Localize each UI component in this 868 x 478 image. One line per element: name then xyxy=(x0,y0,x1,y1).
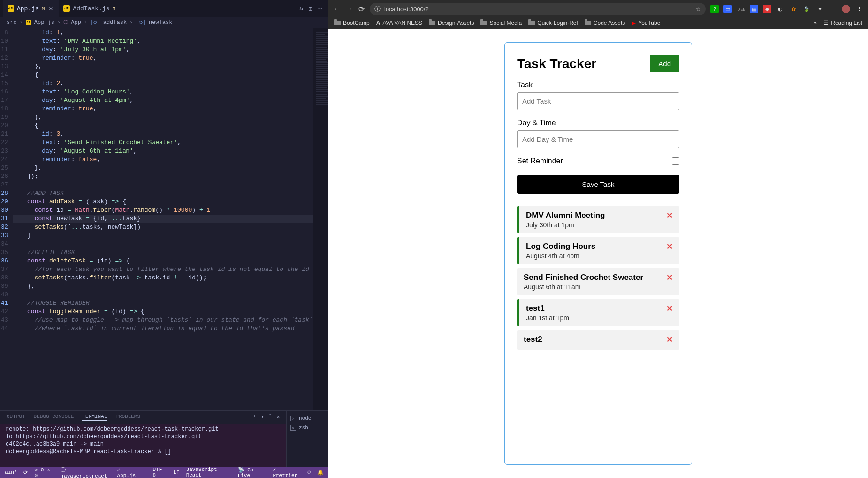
task-day: July 30th at 1pm xyxy=(526,221,605,229)
close-tab-icon[interactable]: ✕ xyxy=(47,5,54,12)
status-bell-icon[interactable]: 🔔 xyxy=(317,470,324,476)
add-button[interactable]: Add xyxy=(650,55,679,72)
terminal-instance[interactable]: >node xyxy=(289,414,326,423)
method-icon: [❍] xyxy=(90,19,100,26)
minimap[interactable] xyxy=(313,28,328,410)
site-info-icon[interactable]: ⓘ xyxy=(374,5,381,13)
ext-icon[interactable]: ? xyxy=(710,5,719,13)
bookmark-item[interactable]: Quick-Login-Ref xyxy=(528,20,578,26)
reminder-checkbox[interactable] xyxy=(672,157,679,165)
terminal-up-icon[interactable]: ˆ xyxy=(269,414,272,421)
ext-icon[interactable]: ▭ xyxy=(723,5,732,13)
crumb-folder[interactable]: src xyxy=(7,19,17,26)
day-label: Day & Time xyxy=(517,119,679,127)
status-eol[interactable]: LF xyxy=(173,470,179,475)
terminal-instance[interactable]: >zsh xyxy=(289,423,326,432)
profile-avatar[interactable] xyxy=(842,5,850,13)
bookmark-item[interactable]: Social Media xyxy=(480,20,522,26)
editor-area[interactable]: 8101112131415161718192021222324252627282… xyxy=(0,28,328,410)
status-lang-mode[interactable]: ⓘ javascriptreact xyxy=(61,466,110,478)
delete-task-icon[interactable]: ✕ xyxy=(666,211,673,221)
save-task-button[interactable]: Save Task xyxy=(517,175,679,194)
address-bar[interactable]: ⓘ localhost:3000/? ☆ xyxy=(370,3,706,15)
forward-icon[interactable]: → xyxy=(345,5,353,13)
panel-tab[interactable]: DEBUG CONSOLE xyxy=(34,414,74,421)
ext-icon[interactable]: ◐ xyxy=(776,5,784,13)
star-icon[interactable]: ☆ xyxy=(695,6,701,13)
day-input[interactable] xyxy=(517,130,679,148)
status-sync-icon[interactable]: ⟳ xyxy=(23,470,28,476)
reading-list-icon[interactable]: ≡ xyxy=(829,5,837,13)
menu-icon[interactable]: ⋮ xyxy=(855,5,863,13)
status-bar: ain* ⟳ ⊘ 0 ⚠ 0 ⓘ javascriptreact ✓ App.j… xyxy=(0,467,328,478)
delete-task-icon[interactable]: ✕ xyxy=(666,273,673,283)
bookmark-item[interactable]: Code Assets xyxy=(585,20,625,26)
ext-icon[interactable]: 🍃 xyxy=(802,5,811,13)
new-terminal-icon[interactable]: + xyxy=(253,414,257,421)
task-item[interactable]: Send Finished Crochet Sweater August 6th… xyxy=(517,268,679,295)
terminal-output[interactable]: remote: https://github.com/dcbeergoddess… xyxy=(0,424,286,467)
ext-icon[interactable]: ✿ xyxy=(789,5,798,13)
status-errors[interactable]: ⊘ 0 ⚠ 0 xyxy=(34,467,54,478)
line-gutter: 8101112131415161718192021222324252627282… xyxy=(0,28,12,410)
close-panel-icon[interactable]: ✕ xyxy=(276,414,280,421)
status-prettier[interactable]: ✓ Prettier xyxy=(273,467,301,478)
browser-chrome: ← → ⟳ ⓘ localhost:3000/? ☆ ? ▭ ᴅᴇᴇ ▦ ◆ ◐… xyxy=(328,0,868,29)
status-check-icon[interactable]: ✓ App.js xyxy=(117,467,139,478)
component-icon: ⬡ xyxy=(63,19,68,26)
editor-tab-bar: JS App.js M ✕JS AddTask.js M ⇆ ◫ ⋯ xyxy=(0,0,328,17)
crumb-sym2[interactable]: addTask xyxy=(103,19,127,26)
ext-icon[interactable]: ▦ xyxy=(750,5,758,13)
bookmarks-overflow-icon[interactable]: » xyxy=(814,20,817,26)
crumb-sym1[interactable]: App xyxy=(71,19,81,26)
task-input[interactable] xyxy=(517,92,679,110)
task-item[interactable]: test1 Jan 1st at 1pm ✕ xyxy=(517,299,679,326)
panel-tab[interactable]: OUTPUT xyxy=(7,414,25,421)
task-item[interactable]: test2 ✕ xyxy=(517,330,679,350)
delete-task-icon[interactable]: ✕ xyxy=(666,304,673,314)
folder-icon xyxy=(480,21,487,25)
js-icon: JS xyxy=(63,5,70,12)
ext-icon[interactable]: ᴅᴇᴇ xyxy=(737,5,745,13)
crumb-sym3[interactable]: newTask xyxy=(149,19,172,26)
panel-tab[interactable]: PROBLEMS xyxy=(115,414,140,421)
terminal-dropdown-icon[interactable]: ▾ xyxy=(261,414,264,421)
youtube-icon: ▶ xyxy=(632,20,636,26)
back-icon[interactable]: ← xyxy=(333,5,341,13)
more-icon[interactable]: ⋯ xyxy=(318,5,322,12)
editor-tab[interactable]: JS App.js M ✕ xyxy=(3,0,59,17)
task-item[interactable]: DMV Alumni Meeting July 30th at 1pm ✕ xyxy=(517,206,679,233)
delete-task-icon[interactable]: ✕ xyxy=(666,242,673,252)
split-editor-icon[interactable]: ◫ xyxy=(309,5,312,12)
breadcrumbs[interactable]: src › JS App.js › ⬡ App › [❍] addTask › … xyxy=(0,17,328,28)
task-day: August 4th at 4pm xyxy=(526,252,595,260)
code-editor[interactable]: id: 1, text: 'DMV Alumni Meeting', day: … xyxy=(13,28,313,410)
status-feedback-icon[interactable]: ☺ xyxy=(307,470,311,475)
bookmark-item[interactable]: Design-Assets xyxy=(429,20,474,26)
bookmark-item[interactable]: AAVA VAN NESS xyxy=(376,20,422,26)
reading-list-button[interactable]: ☰ Reading List xyxy=(823,20,862,26)
status-branch[interactable]: ain* xyxy=(5,470,17,475)
task-text: test1 xyxy=(526,304,569,313)
task-text: DMV Alumni Meeting xyxy=(526,211,605,220)
page-viewport[interactable]: Task Tracker Add Task Day & Time Set Rem… xyxy=(328,29,868,478)
panel-tab[interactable]: TERMINAL xyxy=(82,414,107,421)
status-golive[interactable]: 📡 Go Live xyxy=(238,467,266,478)
delete-task-icon[interactable]: ✕ xyxy=(666,335,673,345)
status-encoding[interactable]: UTF-8 xyxy=(152,467,167,478)
app-title: Task Tracker xyxy=(517,56,596,71)
terminal-icon: > xyxy=(290,425,296,431)
status-lang[interactable]: JavaScript React xyxy=(186,467,231,478)
compare-icon[interactable]: ⇆ xyxy=(300,5,304,12)
editor-tab[interactable]: JS AddTask.js M xyxy=(59,0,120,17)
extensions-icon[interactable]: ✦ xyxy=(815,5,824,13)
extension-icons: ? ▭ ᴅᴇᴇ ▦ ◆ ◐ ✿ 🍃 ✦ ≡ ⋮ xyxy=(710,5,863,13)
tab-label: AddTask.js xyxy=(73,5,109,12)
bookmark-item[interactable]: ▶YouTube xyxy=(632,20,660,26)
bookmark-item[interactable]: BootCamp xyxy=(334,20,370,26)
ext-icon[interactable]: ◆ xyxy=(763,5,771,13)
js-icon: JS xyxy=(8,5,14,12)
crumb-file[interactable]: App.js xyxy=(34,19,54,26)
reload-icon[interactable]: ⟳ xyxy=(358,5,365,14)
task-item[interactable]: Log Coding Hours August 4th at 4pm ✕ xyxy=(517,237,679,264)
